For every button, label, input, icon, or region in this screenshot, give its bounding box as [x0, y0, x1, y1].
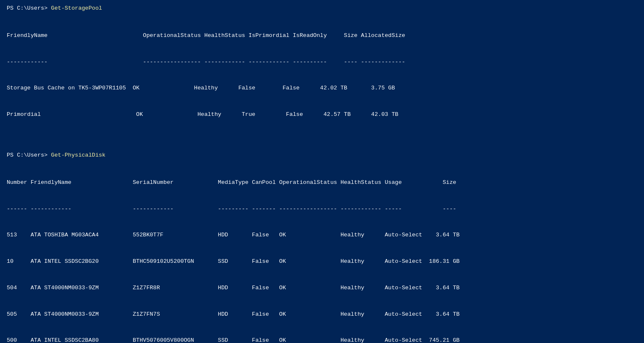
storagepool-output: FriendlyName OperationalStatus HealthSta…	[7, 14, 637, 137]
prompt-text-2: PS C:\Users>	[7, 152, 51, 158]
prompt-text-1: PS C:\Users>	[7, 5, 51, 11]
physicaldisk-separator: ------ ------------ ------------ -------…	[7, 205, 637, 214]
storagepool-row-0: Storage Bus Cache on TK5-3WP07R1105 OK H…	[7, 84, 637, 93]
command-1: Get-StoragePool	[51, 5, 102, 11]
physicaldisk-row-3: 505 ATA ST4000NM0033-9ZM Z1Z7FN7S HDD Fa…	[7, 310, 637, 319]
storagepool-row-1: Primordial OK Healthy True False 42.57 T…	[7, 110, 637, 119]
physicaldisk-row-4: 500 ATA INTEL SSDSC2BA80 BTHV5076005V800…	[7, 336, 637, 343]
storagepool-separator: ------------ ----------------- ---------…	[7, 58, 637, 67]
terminal-window: PS C:\Users> Get-StoragePool FriendlyNam…	[7, 5, 637, 343]
prompt-line-2: PS C:\Users> Get-PhysicalDisk	[7, 152, 637, 158]
physicaldisk-row-1: 10 ATA INTEL SSDSC2BG20 BTHC509102U5200T…	[7, 257, 637, 266]
physicaldisk-output: Number FriendlyName SerialNumber MediaTy…	[7, 161, 637, 343]
prompt-line-1: PS C:\Users> Get-StoragePool	[7, 5, 637, 11]
storagepool-header: FriendlyName OperationalStatus HealthSta…	[7, 31, 637, 40]
physicaldisk-row-0: 513 ATA TOSHIBA MG03ACA4 552BK0T7F HDD F…	[7, 231, 637, 240]
spacer-1	[7, 144, 637, 152]
physicaldisk-row-2: 504 ATA ST4000NM0033-9ZM Z1Z7FR8R HDD Fa…	[7, 284, 637, 293]
physicaldisk-header: Number FriendlyName SerialNumber MediaTy…	[7, 178, 637, 187]
command-2: Get-PhysicalDisk	[51, 152, 106, 158]
